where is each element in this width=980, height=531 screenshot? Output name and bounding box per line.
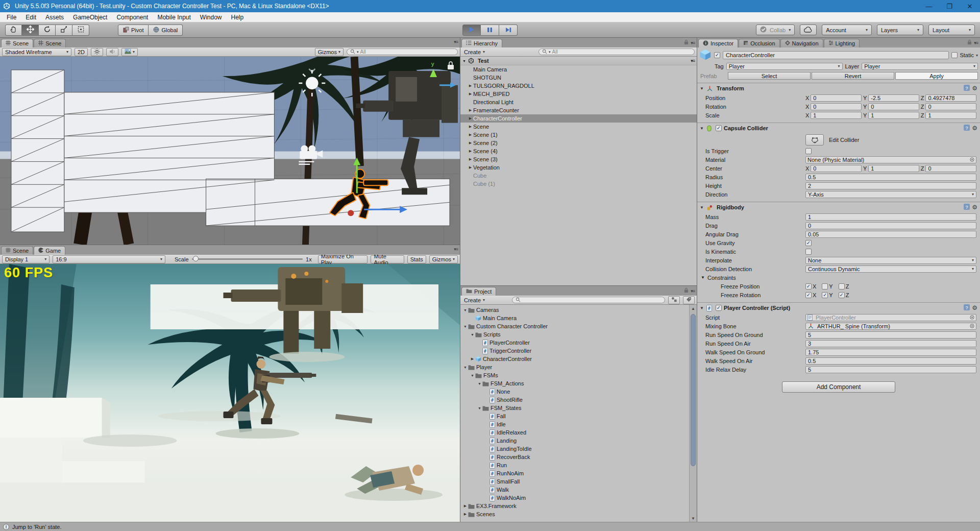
pivot-toggle-button[interactable]: Pivot — [118, 25, 149, 36]
prefab-apply-button[interactable]: Apply — [895, 72, 978, 80]
restore-button[interactable]: ❐ — [939, 0, 960, 12]
scale-tool-button[interactable] — [56, 25, 72, 36]
vector-field-x[interactable]: 1 — [811, 112, 862, 119]
project-item-run[interactable]: #Run — [460, 461, 697, 469]
gear-icon[interactable]: ⚙ — [972, 125, 977, 132]
tab-lighting[interactable]: Lighting — [824, 39, 860, 47]
gameobject-name-field[interactable]: CharacterController — [723, 51, 949, 59]
text-field[interactable]: 3 — [805, 340, 976, 347]
project-item-landing[interactable]: #Landing — [460, 437, 697, 445]
lock-icon[interactable] — [684, 39, 689, 46]
minimize-button[interactable]: — — [919, 0, 939, 12]
project-scrollbar[interactable]: ▲ ▼ — [689, 305, 697, 522]
help-icon[interactable]: ? — [964, 125, 970, 132]
hierarchy-item-scene-4-[interactable]: ▶Scene (4) — [460, 147, 697, 155]
filter-label-button[interactable] — [683, 296, 695, 304]
project-item-player[interactable]: ▼Player — [460, 363, 697, 371]
vector-field-y[interactable]: 1 — [868, 112, 919, 119]
freeze-checkbox-z[interactable] — [839, 283, 845, 289]
vector-field-z[interactable]: 1 — [925, 112, 976, 119]
foldout-icon[interactable]: ▼ — [477, 382, 482, 385]
vector-field-y[interactable]: 1 — [868, 165, 919, 172]
object-picker-icon[interactable] — [970, 315, 974, 320]
edit-collider-button[interactable] — [805, 134, 824, 146]
foldout-icon[interactable]: ▼ — [477, 406, 482, 410]
project-item-idlerelaxed[interactable]: #IdleRelaxed — [460, 428, 697, 437]
menu-item-gameobject[interactable]: GameObject — [68, 12, 112, 22]
hierarchy-search-field[interactable]: ▾ All — [538, 49, 695, 55]
rotate-tool-button[interactable] — [39, 25, 56, 36]
project-item-shootrifle[interactable]: #ShootRifle — [460, 396, 697, 404]
scene-fx-dropdown[interactable]: ▾ — [121, 48, 138, 56]
freeze-checkbox-z[interactable]: ✓ — [839, 292, 845, 298]
foldout-icon[interactable]: ▶ — [468, 157, 473, 161]
freeze-checkbox-x[interactable]: ✓ — [805, 283, 812, 289]
tag-dropdown[interactable]: Player▾ — [726, 63, 843, 70]
project-item-ex3-framework[interactable]: ▶EX3.Framework — [460, 502, 697, 510]
hierarchy-item-vegetation[interactable]: ▶Vegetation — [460, 163, 697, 172]
lock-icon[interactable] — [967, 39, 972, 46]
close-button[interactable]: ✕ — [960, 0, 980, 12]
scene-lighting-button[interactable] — [91, 48, 103, 56]
project-item-fsms[interactable]: ▼FSMs — [460, 371, 697, 379]
project-item-fsm-actions[interactable]: ▼FSM_Actions — [460, 379, 697, 388]
project-item-landingtoidle[interactable]: #LandingToIdle — [460, 445, 697, 453]
project-item-runnoaim[interactable]: #RunNoAim — [460, 469, 697, 477]
help-icon[interactable]: ? — [964, 85, 970, 92]
text-field[interactable]: 0 — [805, 222, 976, 229]
foldout-icon[interactable]: ▶ — [468, 84, 473, 88]
2d-toggle-button[interactable]: 2D — [75, 48, 88, 56]
lock-icon[interactable] — [684, 287, 689, 294]
game-gizmos-dropdown[interactable]: Gizmos▾ — [429, 255, 458, 263]
checkbox-is-trigger[interactable] — [805, 148, 812, 154]
component-header-player-controller-script-[interactable]: ▼#✓Player Controller (Script)?⚙ — [697, 303, 980, 313]
menu-item-edit[interactable]: Edit — [21, 12, 41, 22]
filter-type-button[interactable] — [668, 296, 680, 304]
object-picker-icon[interactable] — [970, 157, 974, 162]
menu-item-assets[interactable]: Assets — [41, 12, 68, 22]
prefab-select-button[interactable]: Select — [728, 72, 811, 80]
stats-button[interactable]: Stats — [407, 255, 426, 263]
hierarchy-item-frameratecounter[interactable]: ▶FramerateCounter — [460, 106, 697, 114]
hierarchy-item-scene-1-[interactable]: ▶Scene (1) — [460, 131, 697, 139]
project-search-field[interactable] — [512, 297, 665, 303]
foldout-icon[interactable]: ▶ — [468, 149, 473, 153]
checkbox-is-kinematic[interactable] — [805, 249, 812, 255]
hierarchy-item-shotgun[interactable]: SHOTGUN — [460, 74, 697, 82]
object-field-script[interactable]: PlayerController — [805, 314, 976, 321]
hierarchy-item-cube[interactable]: Cube — [460, 172, 697, 180]
hierarchy-create-button[interactable]: Create▾ — [462, 49, 486, 55]
gameobject-enabled-checkbox[interactable]: ✓ — [714, 52, 720, 58]
scene-audio-button[interactable] — [106, 48, 118, 56]
text-field[interactable]: 5 — [805, 331, 976, 339]
tab-inspector[interactable]: iInspector — [698, 39, 738, 47]
gear-icon[interactable]: ⚙ — [972, 204, 977, 211]
scene-gizmos-dropdown[interactable]: Gizmos▾ — [315, 48, 344, 56]
dropdown-direction[interactable]: Y-Axis▾ — [805, 191, 976, 198]
foldout-icon[interactable]: ▼ — [700, 306, 704, 310]
dropdown-interpolate[interactable]: None▾ — [805, 257, 976, 264]
component-enabled-checkbox[interactable]: ✓ — [716, 305, 722, 311]
object-picker-icon[interactable] — [970, 324, 974, 328]
freeze-checkbox-x[interactable]: ✓ — [805, 292, 812, 298]
vector-field-z[interactable]: 0.4927478 — [925, 94, 976, 102]
text-field[interactable]: 0.05 — [805, 231, 976, 238]
hierarchy-item-main-camera[interactable]: Main Camera — [460, 65, 697, 74]
object-field-mixing-bone[interactable]: ARTHUR_ Spine (Transform) — [805, 323, 976, 330]
project-item-scripts[interactable]: ▼Scripts — [460, 330, 697, 339]
add-component-button[interactable]: Add Component — [782, 381, 895, 393]
vector-field-x[interactable]: 0 — [811, 103, 862, 110]
text-field[interactable]: 2 — [805, 182, 976, 189]
project-item-playercontroller[interactable]: #PlayerController — [460, 339, 697, 347]
menu-item-component[interactable]: Component — [112, 12, 153, 22]
dropdown-collision-detection[interactable]: Continuous Dynamic▾ — [805, 266, 976, 273]
layers-dropdown[interactable]: Layers▾ — [877, 25, 923, 35]
scene-menu-icon[interactable]: ▾≡ — [691, 58, 695, 63]
foldout-icon[interactable]: ▶ — [470, 357, 475, 361]
gear-icon[interactable]: ⚙ — [972, 85, 977, 92]
foldout-icon[interactable]: ▶ — [468, 108, 473, 112]
global-toggle-button[interactable]: Global — [149, 25, 183, 36]
panel-menu-icon[interactable]: ▾≡ — [974, 40, 978, 45]
tab-game[interactable]: Game — [34, 246, 65, 255]
project-item-smallfall[interactable]: #SmallFall — [460, 477, 697, 486]
